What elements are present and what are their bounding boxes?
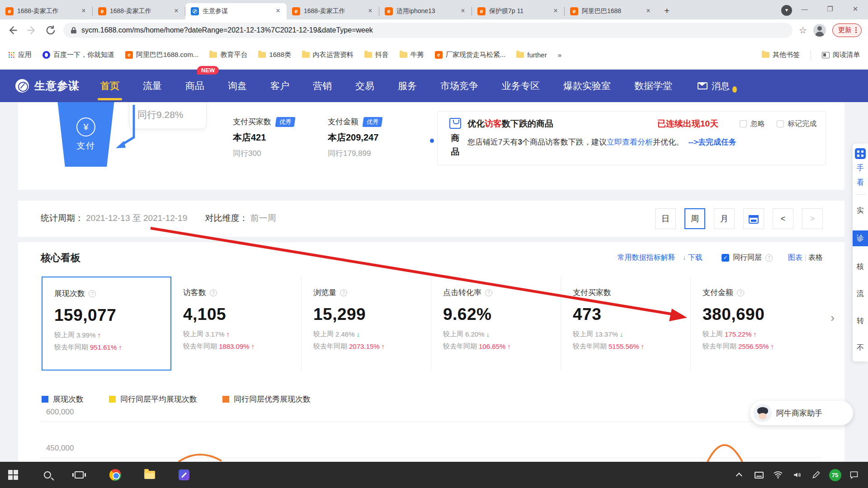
tab-1688-seller-3[interactable]: e 1688-卖家工作 × <box>287 3 379 19</box>
nav-data-school[interactable]: 数据学堂 <box>634 70 672 102</box>
tab-1688-seller-1[interactable]: e 1688-卖家工作 × <box>0 3 92 19</box>
nav-inquiry[interactable]: 询盘 <box>228 70 247 102</box>
profile-avatar[interactable] <box>813 24 826 37</box>
1688-favicon: e <box>570 7 578 15</box>
nav-customers[interactable]: 客户 <box>270 70 289 102</box>
task-view-icon <box>75 471 84 479</box>
taskbar-app[interactable] <box>171 462 197 488</box>
bookmark-star-icon[interactable]: ☆ <box>799 25 807 36</box>
bookmarks-overflow-icon[interactable]: » <box>558 51 561 59</box>
view-analysis-link[interactable]: 立即查看分析 <box>607 138 653 146</box>
nav-trade[interactable]: 交易 <box>355 70 374 102</box>
nav-service[interactable]: 服务 <box>398 70 417 102</box>
rail-mobile-2[interactable]: 看 <box>853 178 868 188</box>
bookmark-folder-niu[interactable]: 牛莠 <box>400 51 424 59</box>
lock-icon <box>71 27 77 34</box>
nav-hot-lab[interactable]: 爆款实验室 <box>563 70 611 102</box>
bookmark-folder-1688[interactable]: 1688类 <box>258 51 291 59</box>
task-body: 您店铺近7天有3个商品访客数下跌，建议立即查看分析并优化。 -->去完成任务 <box>467 137 736 147</box>
tray-expand-button[interactable] <box>731 462 750 488</box>
windows-logo-icon <box>8 470 18 480</box>
baidu-icon <box>42 51 50 59</box>
bookmark-baidu[interactable]: 百度一下，你就知道 <box>42 51 114 59</box>
volume-button[interactable] <box>788 462 807 488</box>
window-maximize-button[interactable]: ❐ <box>817 1 843 17</box>
nav-marketing[interactable]: 营销 <box>313 70 332 102</box>
bookmark-folder-underwear[interactable]: 内衣运营资料 <box>302 51 354 59</box>
nav-market-competition[interactable]: 市场竞争 <box>440 70 478 102</box>
week-button[interactable]: 周 <box>684 208 705 229</box>
bookmark-alibaba[interactable]: e阿里巴巴1688.com... <box>125 51 198 59</box>
calendar-button[interactable] <box>743 208 764 229</box>
bookmark-factory[interactable]: e厂家现货走马松紧... <box>435 51 506 59</box>
tab-close-icon[interactable]: × <box>459 7 467 15</box>
bookmark-folder-edu[interactable]: 教育平台 <box>209 51 247 59</box>
folder-icon <box>516 52 524 58</box>
rail-diagnosis[interactable]: 诊 <box>853 230 868 246</box>
pen-settings-button[interactable] <box>807 462 826 488</box>
browser-update-button[interactable]: 更新 <box>832 23 862 37</box>
1688-favicon: e <box>5 7 14 15</box>
apps-grid-icon <box>8 52 15 58</box>
forward-icon[interactable] <box>25 24 38 37</box>
prev-period-button[interactable]: < <box>773 208 793 229</box>
start-button[interactable] <box>0 462 26 488</box>
window-close-button[interactable]: ✕ <box>843 1 868 17</box>
tab-sycm-active[interactable]: 生意参谋 × <box>185 3 287 19</box>
nav-products[interactable]: 商品NEW <box>185 70 204 102</box>
rail-conversion[interactable]: 转 <box>853 316 868 326</box>
rail-realtime[interactable]: 实 <box>853 206 868 216</box>
address-bar[interactable]: sycm.1688.com/ms/home/home?dateRange=202… <box>63 23 793 38</box>
browser-menu-icon[interactable] <box>855 27 857 33</box>
nav-business-zone[interactable]: 业务专区 <box>502 70 540 102</box>
tab-alibaba-1688[interactable]: e 阿里巴巴1688 × <box>565 3 657 19</box>
other-bookmarks[interactable]: 其他书签 <box>762 51 800 59</box>
bookmark-apps[interactable]: 应用 <box>8 51 32 59</box>
rail-mobile-1[interactable]: 手 <box>853 164 868 173</box>
tab-search-icon[interactable]: ▾ <box>781 5 792 16</box>
tab-close-icon[interactable]: × <box>552 7 560 15</box>
tab-iphone13[interactable]: e 适用iphone13 × <box>379 3 472 19</box>
mail-icon <box>698 82 708 89</box>
reload-icon[interactable] <box>44 24 57 37</box>
bookmark-folder-further[interactable]: further <box>516 51 547 59</box>
action-center-button[interactable] <box>844 462 863 488</box>
rail-traffic[interactable]: 流 <box>853 289 868 299</box>
taskbar-chrome[interactable] <box>102 462 128 488</box>
assistant-widget[interactable]: 阿牛商家助手 <box>750 401 853 425</box>
bookmark-folder-douyin[interactable]: 抖音 <box>364 51 389 59</box>
nav-messages[interactable]: 消息 <box>698 80 730 92</box>
new-tab-button[interactable]: + <box>660 5 673 18</box>
ignore-checkbox[interactable] <box>740 120 747 127</box>
go-complete-task-link[interactable]: -->去完成任务 <box>689 138 736 146</box>
tab-close-icon[interactable]: × <box>80 7 88 15</box>
tab-1688-seller-2[interactable]: e 1688-卖家工作 × <box>93 3 185 19</box>
mobile-qr-icon[interactable] <box>855 148 866 159</box>
sycm-logo[interactable]: 生意参谋 <box>15 79 80 93</box>
nav-traffic[interactable]: 流量 <box>143 70 162 102</box>
back-icon[interactable] <box>6 24 19 37</box>
day-button[interactable]: 日 <box>655 208 676 229</box>
touch-keyboard-button[interactable] <box>750 462 769 488</box>
tab-screen-protector[interactable]: e 保护膜7p 11 × <box>472 3 564 19</box>
taskbar-explorer[interactable] <box>137 462 163 488</box>
mark-done-checkbox[interactable] <box>777 120 784 127</box>
pen-icon <box>811 470 821 479</box>
rail-more[interactable]: 不 <box>853 343 868 353</box>
window-minimize-button[interactable]: — <box>792 1 817 17</box>
tab-close-icon[interactable]: × <box>366 7 374 15</box>
folder-icon <box>258 52 266 58</box>
month-button[interactable]: 月 <box>714 208 735 229</box>
tab-close-icon[interactable]: × <box>274 7 282 15</box>
browser-tab-strip: e 1688-卖家工作 × e 1688-卖家工作 × 生意参谋 × e 168… <box>0 0 868 19</box>
next-period-button[interactable]: > <box>802 208 823 229</box>
tab-close-icon[interactable]: × <box>172 7 180 15</box>
nav-home[interactable]: 首页 <box>100 70 119 102</box>
task-view-button[interactable] <box>66 462 92 488</box>
tab-close-icon[interactable]: × <box>644 7 652 15</box>
battery-status[interactable]: 75 <box>826 462 844 488</box>
taskbar-search-button[interactable] <box>34 462 61 488</box>
rail-core[interactable]: 核 <box>853 262 868 272</box>
reading-list-button[interactable]: 阅读清单 <box>822 51 860 59</box>
network-button[interactable] <box>769 462 788 488</box>
